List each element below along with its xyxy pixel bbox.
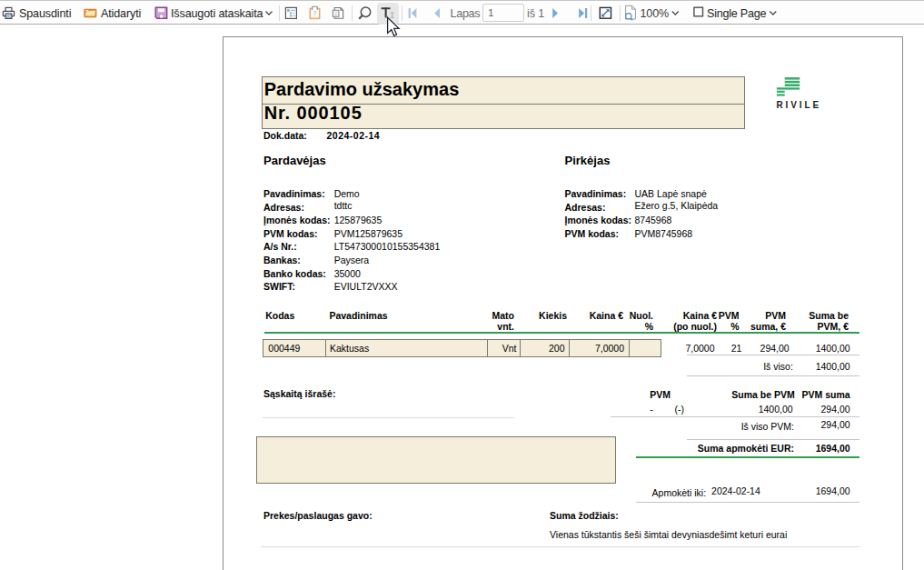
svg-text:RIVILE: RIVILE xyxy=(777,100,822,110)
svg-text:7: 7 xyxy=(313,9,317,17)
